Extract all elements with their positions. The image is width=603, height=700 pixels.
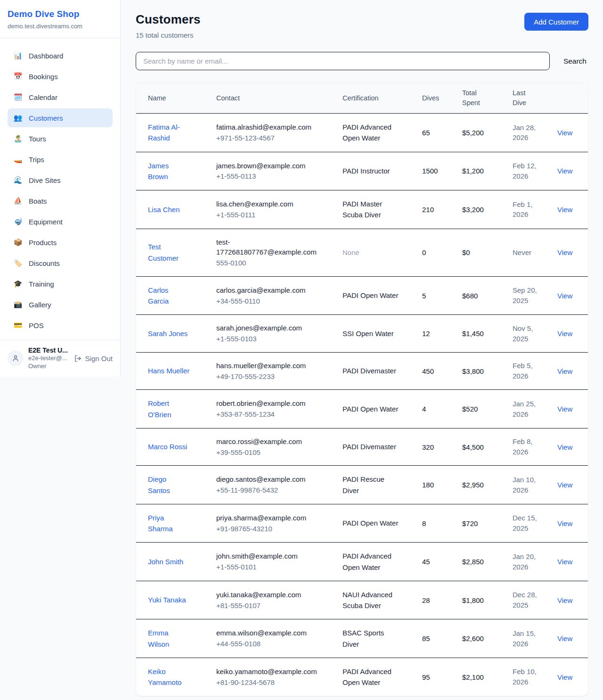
sidebar-item-trips[interactable]: 🚤 Trips: [8, 150, 113, 169]
customer-total-spent: $2,950: [455, 466, 505, 504]
table-row: Sarah Jones sarah.jones@example.com +1-5…: [136, 315, 588, 353]
col-header-contact: Contact: [209, 83, 335, 114]
view-link[interactable]: View: [557, 329, 572, 338]
customer-email: hans.mueller@example.com: [216, 361, 306, 371]
customer-email: yuki.tanaka@example.com: [216, 590, 301, 600]
view-link[interactable]: View: [557, 519, 572, 527]
customer-name-link[interactable]: Test Customer: [148, 241, 190, 264]
customer-phone: +1-555-0113: [216, 171, 327, 181]
view-link[interactable]: View: [557, 129, 572, 137]
customer-certification: PADI Divemaster: [342, 441, 396, 452]
search-button[interactable]: Search: [562, 57, 588, 66]
sidebar-item-products[interactable]: 📦 Products: [8, 233, 113, 252]
sidebar-item-dive-sites[interactable]: 🌊 Dive Sites: [8, 171, 113, 189]
customer-name-link[interactable]: Fatima Al-Rashid: [148, 122, 190, 144]
customer-dives: 45: [415, 543, 455, 581]
view-link[interactable]: View: [557, 558, 572, 566]
sidebar: Demo Dive Shop demo.test.divestreams.com…: [0, 0, 121, 377]
view-link[interactable]: View: [557, 367, 572, 375]
customer-last-dive: Sep 20, 2025: [513, 285, 542, 306]
customer-certification: BSAC Sports Diver: [342, 627, 400, 650]
customer-name-link[interactable]: Marco Rossi: [148, 441, 187, 452]
customer-last-dive: Feb 5, 2026: [513, 361, 542, 381]
customer-email: marco.rossi@example.com: [216, 436, 302, 447]
people-icon: 👥: [13, 114, 23, 122]
sidebar-item-equipment[interactable]: 🤿 Equipment: [8, 212, 113, 231]
view-link[interactable]: View: [557, 481, 572, 489]
credit-card-icon: 💳: [13, 321, 23, 329]
customer-certification: PADI Master Scuba Diver: [342, 198, 400, 221]
customer-name-link[interactable]: Keiko Yamamoto: [148, 666, 190, 688]
customer-name-link[interactable]: Emma Wilson: [148, 627, 190, 650]
sidebar-item-calendar[interactable]: 🗓️ Calendar: [8, 88, 113, 107]
customer-email: james.brown@example.com: [216, 161, 305, 171]
customer-phone: +34-555-0110: [216, 296, 327, 306]
customer-dives: 5: [415, 276, 455, 315]
customer-dives: 28: [415, 581, 455, 619]
customer-phone: +81-555-0107: [216, 601, 327, 611]
sidebar-nav: 📊 Dashboard 📅 Bookings 🗓️ Calendar 👥 Cus…: [0, 38, 120, 340]
sidebar-item-training[interactable]: 🎓 Training: [8, 274, 113, 293]
view-link[interactable]: View: [557, 596, 572, 604]
customer-name-link[interactable]: Yuki Tanaka: [148, 594, 186, 605]
customer-name-link[interactable]: Priya Sharma: [148, 512, 190, 535]
customer-name-link[interactable]: Robert O'Brien: [148, 398, 190, 420]
view-link[interactable]: View: [557, 443, 572, 451]
customer-certification: PADI Open Water: [342, 518, 398, 528]
table-row: James Brown james.brown@example.com +1-5…: [136, 152, 588, 190]
customer-phone: 555-0100: [216, 258, 327, 268]
customer-total-spent: $2,100: [455, 658, 505, 696]
customer-last-dive: Jan 15, 2026: [513, 628, 542, 649]
customer-name-link[interactable]: James Brown: [148, 160, 190, 182]
customer-phone: +49-170-555-2233: [216, 371, 327, 382]
search-input[interactable]: [136, 52, 550, 70]
view-link[interactable]: View: [557, 405, 572, 413]
customer-count: 15 total customers: [136, 31, 201, 39]
view-link[interactable]: View: [557, 206, 572, 214]
sidebar-item-dashboard[interactable]: 📊 Dashboard: [8, 46, 113, 65]
sidebar-header: Demo Dive Shop demo.test.divestreams.com: [0, 0, 120, 38]
sidebar-item-pos[interactable]: 💳 POS: [8, 316, 113, 335]
view-link[interactable]: View: [557, 673, 572, 681]
customer-total-spent: $2,600: [455, 619, 505, 658]
sign-out-button[interactable]: Sign Out: [74, 354, 113, 362]
customer-name-link[interactable]: John Smith: [148, 556, 183, 567]
view-link[interactable]: View: [557, 634, 572, 642]
col-header-dives: Dives: [415, 83, 455, 114]
table-header: Name Contact Certification Dives Total S…: [136, 83, 588, 114]
sidebar-item-bookings[interactable]: 📅 Bookings: [8, 67, 113, 86]
customer-phone: +1-555-0111: [216, 210, 327, 220]
customer-dives: 180: [415, 466, 455, 504]
customer-name-link[interactable]: Hans Mueller: [148, 365, 189, 376]
sidebar-item-gallery[interactable]: 📸 Gallery: [8, 295, 113, 314]
customer-name-link[interactable]: Carlos Garcia: [148, 285, 190, 307]
table-row: Priya Sharma priya.sharma@example.com +9…: [136, 504, 588, 543]
customer-name-link[interactable]: Diego Santos: [148, 474, 190, 496]
main-content: Customers 15 total customers Add Custome…: [121, 0, 603, 700]
view-link[interactable]: View: [557, 248, 572, 256]
customer-email: robert.obrien@example.com: [216, 398, 305, 409]
sidebar-item-customers[interactable]: 👥 Customers: [8, 108, 113, 127]
customer-last-dive: Jan 10, 2026: [513, 475, 542, 495]
customer-certification: PADI Instructor: [342, 165, 390, 176]
diving-mask-icon: 🤿: [13, 217, 23, 226]
sidebar-item-boats[interactable]: ⛵ Boats: [8, 191, 113, 210]
customer-last-dive: Feb 8, 2026: [513, 436, 542, 457]
sidebar-item-tours[interactable]: 🏝️ Tours: [8, 129, 113, 148]
customer-last-dive: Dec 15, 2025: [513, 513, 542, 534]
customer-last-dive: Dec 28, 2025: [513, 590, 542, 610]
wave-icon: 🌊: [13, 176, 23, 184]
speedboat-icon: 🚤: [13, 155, 23, 164]
customer-certification: PADI Advanced Open Water: [342, 666, 400, 688]
customer-certification: PADI Advanced Open Water: [342, 551, 400, 573]
customer-last-dive: Jan 28, 2026: [513, 123, 542, 143]
customer-last-dive: Nov 5, 2025: [513, 323, 542, 344]
view-link[interactable]: View: [557, 292, 572, 300]
view-link[interactable]: View: [557, 167, 572, 175]
customer-name-link[interactable]: Lisa Chen: [148, 204, 180, 215]
sidebar-item-discounts[interactable]: 🏷️ Discounts: [8, 254, 113, 272]
add-customer-button[interactable]: Add Customer: [524, 13, 588, 31]
customer-name-link[interactable]: Sarah Jones: [148, 328, 187, 339]
customer-phone: +81-90-1234-5678: [216, 677, 327, 688]
customers-table: Name Contact Certification Dives Total S…: [136, 83, 588, 696]
